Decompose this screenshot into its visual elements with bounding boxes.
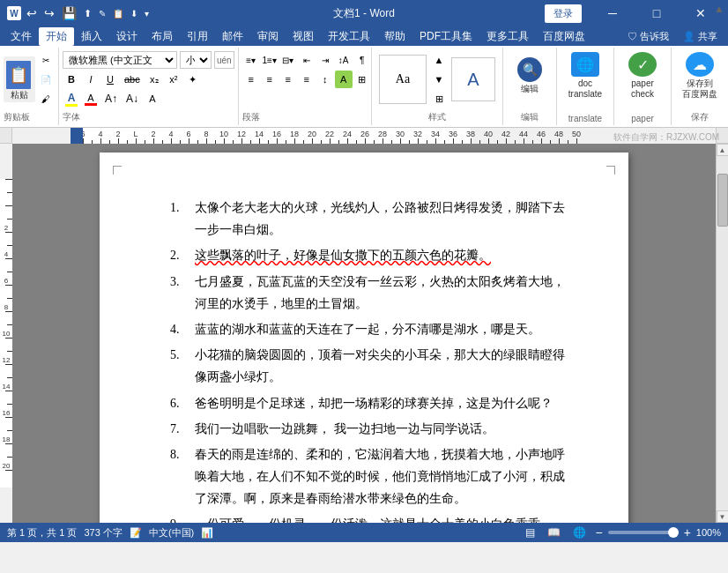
menu-mail[interactable]: 邮件 — [215, 27, 250, 46]
menu-insert[interactable]: 插入 — [74, 27, 109, 46]
style-up-btn[interactable]: ▲ — [430, 51, 448, 69]
increase-indent-button[interactable]: ⇥ — [316, 51, 334, 69]
edit-icon: 🔍 — [517, 57, 542, 82]
decrease-indent-button[interactable]: ⇤ — [298, 51, 316, 69]
subscript-button[interactable]: x₂ — [145, 71, 163, 88]
zoom-slider[interactable] — [608, 531, 679, 534]
save-cloud-icon: ☁ — [686, 52, 714, 77]
customize-btn[interactable]: ✎ — [97, 7, 108, 20]
menu-file[interactable]: 文件 — [4, 27, 39, 46]
font-color-button[interactable]: A — [63, 91, 80, 108]
window-title: 文档1 - Word — [333, 6, 395, 21]
quick-btn-7[interactable]: ⬇ — [129, 7, 139, 20]
clipboard-group: 📋 粘贴 ✂ 📄 🖌 剪贴板 — [0, 48, 59, 125]
ribbon-collapse-btn[interactable]: ▲ — [712, 2, 726, 16]
shading-button[interactable]: A — [335, 71, 353, 88]
menu-layout[interactable]: 布局 — [145, 27, 180, 46]
format-painter-button[interactable]: 🖌 — [37, 90, 55, 108]
quick-btn-6[interactable]: 📋 — [111, 7, 125, 20]
zoom-thumb[interactable] — [668, 527, 679, 538]
line-spacing-button[interactable]: ↕ — [316, 71, 334, 88]
cut-button[interactable]: ✂ — [37, 51, 55, 69]
vertical-scrollbar[interactable]: ▲ ▼ — [716, 144, 728, 523]
document-page: 1.太像个老大老大的火球，光线灼人，公路被烈日烤得发烫，脚踏下去一步一串白烟。2… — [100, 153, 628, 523]
menu-pdf[interactable]: PDF工具集 — [412, 27, 479, 46]
menu-view[interactable]: 视图 — [286, 27, 321, 46]
underline-button[interactable]: U — [101, 71, 119, 88]
style-down-btn[interactable]: ▼ — [430, 71, 448, 88]
menu-design[interactable]: 设计 — [109, 27, 145, 46]
sort-button[interactable]: ↕A — [335, 51, 353, 69]
text-effect-button[interactable]: ✦ — [184, 71, 202, 88]
font-size-select[interactable]: 小五 — [180, 51, 212, 69]
styles-panel-btn[interactable]: A — [451, 57, 495, 101]
line-number: 8. — [170, 443, 195, 510]
menu-baidu[interactable]: 百度网盘 — [536, 27, 592, 46]
edit-big-btn[interactable]: 🔍 编辑 — [510, 51, 549, 100]
login-button[interactable]: 登录 — [545, 4, 582, 23]
multilevel-button[interactable]: ⊟▾ — [279, 51, 297, 69]
align-right-button[interactable]: ≡ — [279, 71, 297, 88]
paste-button[interactable]: 📋 粘贴 — [4, 56, 35, 102]
menu-tell-me[interactable]: ♡ 告诉我 — [620, 28, 676, 45]
menu-share[interactable]: 👤 共享 — [676, 28, 724, 45]
minimize-btn[interactable]: ─ — [592, 0, 633, 26]
clear-format-button[interactable]: A — [144, 90, 161, 108]
bold-button[interactable]: B — [63, 71, 80, 88]
doc-line: 1.太像个老大老大的火球，光线灼人，公路被烈日烤得发烫，脚踏下去一步一串白烟。 — [170, 197, 567, 241]
save-cloud-btn[interactable]: ☁ 保存到百度网盘 — [677, 51, 723, 100]
zoom-in-btn[interactable]: + — [684, 525, 691, 540]
paper-check-btn[interactable]: ✓ paper check — [620, 51, 665, 100]
line-number: 5. — [170, 344, 195, 388]
show-marks-button[interactable]: ¶ — [353, 51, 371, 69]
scroll-thumb[interactable] — [717, 174, 728, 227]
track-changes-icon[interactable]: 📊 — [201, 527, 213, 539]
menu-help[interactable]: 帮助 — [377, 27, 412, 46]
superscript-button[interactable]: x² — [165, 71, 182, 88]
align-left-button[interactable]: ≡ — [242, 71, 260, 88]
highlight-button[interactable]: A — [82, 92, 100, 107]
doc-translate-icon: 🌐 — [571, 52, 599, 77]
edit-btn-label: 编辑 — [521, 84, 539, 94]
reading-view-btn[interactable]: 📖 — [544, 525, 564, 540]
undo-btn[interactable]: ↩ — [25, 4, 39, 22]
menu-review[interactable]: 审阅 — [250, 27, 286, 46]
title-bar-right: 登录 ─ □ ✕ — [545, 0, 721, 26]
document-scroll-area[interactable]: 1.太像个老大老大的火球，光线灼人，公路被烈日烤得发烫，脚踏下去一步一串白烟。2… — [12, 144, 716, 523]
scroll-down-btn[interactable]: ▼ — [717, 510, 729, 523]
redo-btn[interactable]: ↪ — [42, 4, 56, 22]
italic-button[interactable]: I — [82, 71, 100, 88]
scroll-up-btn[interactable]: ▲ — [717, 144, 729, 156]
menu-references[interactable]: 引用 — [180, 27, 215, 46]
decrease-font-button[interactable]: A↓ — [123, 90, 142, 108]
numbering-button[interactable]: 1≡▾ — [261, 51, 279, 69]
edit-label: 编辑 — [521, 109, 539, 123]
style-expand-btn[interactable]: ⊞ — [430, 90, 448, 108]
bullets-button[interactable]: ≡▾ — [242, 51, 260, 69]
borders-button[interactable]: ⊞ — [353, 71, 371, 88]
doc-line: 5.小花猫的脑袋圆圆的，顶着一对尖尖的小耳朵，那大大的绿眼睛瞪得像两盏小绿灯。 — [170, 344, 567, 388]
menu-more[interactable]: 更多工具 — [479, 27, 536, 46]
ribbon: 📋 粘贴 ✂ 📄 🖌 剪贴板 微软雅黑 (中文正文 小五 uén — [0, 46, 728, 128]
quick-btn-4[interactable]: ⬆ — [82, 6, 93, 21]
copy-button[interactable]: 📄 — [37, 71, 55, 88]
strikethrough-button[interactable]: abc — [121, 71, 144, 88]
increase-font-button[interactable]: A↑ — [101, 90, 121, 108]
save-btn[interactable]: 💾 — [60, 4, 78, 22]
quick-btn-8[interactable]: ▾ — [143, 7, 151, 20]
maximize-btn[interactable]: □ — [636, 0, 677, 26]
style-label: 样式 — [428, 109, 446, 123]
print-layout-btn[interactable]: ▤ — [522, 525, 539, 540]
font-name-select[interactable]: 微软雅黑 (中文正文 — [63, 51, 177, 69]
doc-translate-btn[interactable]: 🌐 doctranslate — [562, 51, 608, 100]
menu-developer[interactable]: 开发工具 — [321, 27, 377, 46]
align-center-button[interactable]: ≡ — [261, 71, 279, 88]
justify-button[interactable]: ≡ — [298, 71, 316, 88]
style-normal-box[interactable]: Aa — [379, 55, 427, 104]
scroll-track[interactable] — [717, 156, 729, 510]
menu-home[interactable]: 开始 — [39, 27, 74, 46]
web-view-btn[interactable]: 🌐 — [569, 525, 590, 540]
spell-check-icon[interactable]: 📝 — [130, 527, 142, 539]
horizontal-ruler[interactable] — [12, 128, 716, 144]
zoom-out-btn[interactable]: − — [595, 525, 602, 540]
